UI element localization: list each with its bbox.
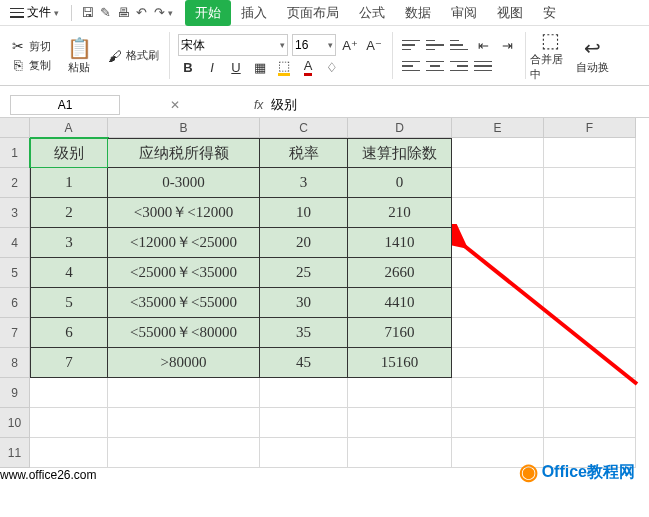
cell[interactable] xyxy=(452,168,544,198)
cell[interactable]: 4410 xyxy=(348,288,452,318)
cell[interactable] xyxy=(30,378,108,408)
copy-button[interactable]: ⎘复制 xyxy=(8,56,53,74)
row-header[interactable]: 2 xyxy=(0,168,30,198)
cell[interactable] xyxy=(260,408,348,438)
cell[interactable]: 10 xyxy=(260,198,348,228)
cell[interactable] xyxy=(544,408,636,438)
cell[interactable] xyxy=(544,378,636,408)
italic-button[interactable]: I xyxy=(202,57,222,77)
col-header-f[interactable]: F xyxy=(544,118,636,138)
cell[interactable] xyxy=(544,258,636,288)
cell[interactable]: <35000￥<55000 xyxy=(108,288,260,318)
cell[interactable] xyxy=(544,168,636,198)
cell[interactable] xyxy=(30,438,108,468)
formula-input[interactable] xyxy=(267,95,649,115)
cell[interactable] xyxy=(544,228,636,258)
decrease-indent-button[interactable]: ⇤ xyxy=(473,35,493,55)
cell[interactable]: 30 xyxy=(260,288,348,318)
cell[interactable] xyxy=(544,318,636,348)
col-header-b[interactable]: B xyxy=(108,118,260,138)
cell[interactable]: 速算扣除数 xyxy=(348,138,452,168)
row-header[interactable]: 8 xyxy=(0,348,30,378)
cell[interactable]: <25000￥<35000 xyxy=(108,258,260,288)
cell[interactable] xyxy=(348,378,452,408)
save-icon[interactable]: 🖫 xyxy=(78,5,96,20)
print-icon[interactable]: 🖶 xyxy=(114,5,132,20)
wrap-text-button[interactable]: ↩ 自动换 xyxy=(572,28,612,82)
cell[interactable]: 1 xyxy=(30,168,108,198)
column-headers[interactable]: A B C D E F xyxy=(30,118,649,138)
tab-page-layout[interactable]: 页面布局 xyxy=(277,0,349,26)
align-center-button[interactable] xyxy=(425,56,445,76)
cell[interactable]: <3000￥<12000 xyxy=(108,198,260,228)
col-header-e[interactable]: E xyxy=(452,118,544,138)
col-header-c[interactable]: C xyxy=(260,118,348,138)
merge-center-button[interactable]: ⬚ 合并居中 xyxy=(530,28,570,82)
cell[interactable]: 3 xyxy=(30,228,108,258)
cell[interactable] xyxy=(452,408,544,438)
cell[interactable]: 6 xyxy=(30,318,108,348)
cell[interactable] xyxy=(348,438,452,468)
row-header[interactable]: 9 xyxy=(0,378,30,408)
cell[interactable]: >80000 xyxy=(108,348,260,378)
tab-insert[interactable]: 插入 xyxy=(231,0,277,26)
cell[interactable]: <55000￥<80000 xyxy=(108,318,260,348)
cell[interactable]: 0 xyxy=(348,168,452,198)
cell[interactable] xyxy=(544,348,636,378)
cancel-icon[interactable]: ✕ xyxy=(170,98,180,112)
spreadsheet-grid[interactable]: A B C D E F 1级别应纳税所得额税率速算扣除数210-30003032… xyxy=(0,118,649,468)
cell[interactable] xyxy=(30,408,108,438)
row-header[interactable]: 3 xyxy=(0,198,30,228)
cell[interactable] xyxy=(348,408,452,438)
align-bottom-button[interactable] xyxy=(449,35,469,55)
paste-button[interactable]: 📋 粘贴 xyxy=(59,28,99,82)
increase-indent-button[interactable]: ⇥ xyxy=(497,35,517,55)
row-header[interactable]: 5 xyxy=(0,258,30,288)
tab-view[interactable]: 视图 xyxy=(487,0,533,26)
font-size-combo[interactable]: 16▾ xyxy=(292,34,336,56)
fx-button[interactable]: fx xyxy=(250,98,267,112)
cell[interactable]: 税率 xyxy=(260,138,348,168)
cell[interactable] xyxy=(108,378,260,408)
cell[interactable]: <12000￥<25000 xyxy=(108,228,260,258)
row-header[interactable]: 1 xyxy=(0,138,30,168)
tab-review[interactable]: 审阅 xyxy=(441,0,487,26)
align-top-button[interactable] xyxy=(401,35,421,55)
cell[interactable]: 35 xyxy=(260,318,348,348)
cell[interactable]: 2 xyxy=(30,198,108,228)
cell[interactable] xyxy=(108,438,260,468)
fill-color-button[interactable]: ⬚ xyxy=(274,57,294,77)
row-header[interactable]: 10 xyxy=(0,408,30,438)
cell[interactable]: 应纳税所得额 xyxy=(108,138,260,168)
file-menu[interactable]: 文件 ▾ xyxy=(4,2,65,23)
increase-font-button[interactable]: A⁺ xyxy=(340,35,360,55)
cell[interactable] xyxy=(260,438,348,468)
highlight-button[interactable]: ♢ xyxy=(322,57,342,77)
cell[interactable] xyxy=(452,318,544,348)
cell[interactable] xyxy=(452,378,544,408)
cell[interactable] xyxy=(544,138,636,168)
cell[interactable] xyxy=(452,138,544,168)
cell[interactable] xyxy=(544,198,636,228)
redo-icon[interactable]: ↷ xyxy=(150,5,168,20)
bold-button[interactable]: B xyxy=(178,57,198,77)
cell[interactable] xyxy=(452,198,544,228)
font-name-combo[interactable]: 宋体▾ xyxy=(178,34,288,56)
cell[interactable] xyxy=(452,228,544,258)
cell[interactable]: 级别 xyxy=(30,138,108,168)
cell[interactable]: 7160 xyxy=(348,318,452,348)
decrease-font-button[interactable]: A⁻ xyxy=(364,35,384,55)
align-middle-button[interactable] xyxy=(425,35,445,55)
col-header-a[interactable]: A xyxy=(30,118,108,138)
print-preview-icon[interactable]: ✎ xyxy=(96,5,114,20)
cell[interactable]: 25 xyxy=(260,258,348,288)
border-button[interactable]: ▦ xyxy=(250,57,270,77)
cell[interactable]: 1410 xyxy=(348,228,452,258)
select-all-corner[interactable] xyxy=(0,118,30,138)
format-painter-button[interactable]: 🖌格式刷 xyxy=(105,47,161,65)
cell[interactable] xyxy=(452,288,544,318)
row-header[interactable]: 6 xyxy=(0,288,30,318)
qat-chevron-icon[interactable]: ▾ xyxy=(168,8,173,18)
tab-home[interactable]: 开始 xyxy=(185,0,231,26)
tab-data[interactable]: 数据 xyxy=(395,0,441,26)
